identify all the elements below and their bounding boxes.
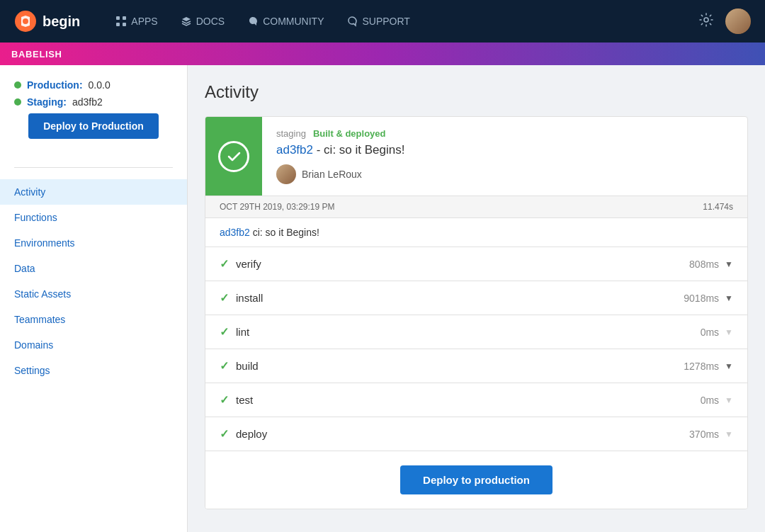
build-check-icon: ✓ bbox=[220, 359, 229, 373]
deploy-status-icon-area bbox=[205, 117, 262, 196]
build-step-time: 1278ms bbox=[684, 361, 719, 372]
step-deploy: ✓ deploy 370ms ▼ bbox=[205, 417, 747, 451]
user-avatar[interactable] bbox=[725, 9, 751, 34]
nav-docs-label: DOCS bbox=[196, 16, 225, 27]
nav-support-label: SUPPORT bbox=[362, 16, 409, 27]
timestamp-row: OCT 29TH 2019, 03:29:19 PM 11.474s bbox=[205, 196, 747, 218]
deploy-meta: staging Built & deployed bbox=[276, 128, 733, 139]
staging-label: Staging: bbox=[27, 96, 67, 108]
deploy-chevron-icon[interactable]: ▼ bbox=[725, 429, 733, 439]
commit-row-id[interactable]: ad3fb2 bbox=[220, 227, 250, 238]
test-step-time: 0ms bbox=[701, 395, 719, 406]
step-verify: ✓ verify 808ms ▼ bbox=[205, 247, 747, 281]
install-chevron-icon[interactable]: ▼ bbox=[725, 293, 733, 303]
deploy-commit-message: - ci: so it Begins! bbox=[317, 143, 405, 157]
staging-status-dot bbox=[14, 98, 21, 106]
test-step-name: test bbox=[236, 394, 701, 406]
sidebar-item-teammates[interactable]: Teammates bbox=[0, 307, 187, 332]
deploy-status-badge: Built & deployed bbox=[313, 128, 386, 139]
deploy-header: staging Built & deployed ad3fb2 - ci: so… bbox=[205, 117, 747, 196]
deploy-check-icon: ✓ bbox=[220, 427, 229, 441]
sidebar-item-functions[interactable]: Functions bbox=[0, 205, 187, 230]
main-content: Activity staging Built & deployed bbox=[188, 65, 765, 532]
production-status-dot bbox=[14, 81, 21, 89]
author-name: Brian LeRoux bbox=[302, 169, 362, 180]
step-lint: ✓ lint 0ms ▼ bbox=[205, 315, 747, 349]
lint-step-name: lint bbox=[236, 326, 701, 338]
svg-point-1 bbox=[23, 18, 28, 24]
commit-description-row: ad3fb2 ci: so it Begins! bbox=[205, 218, 747, 247]
nav-support[interactable]: SUPPORT bbox=[346, 16, 409, 27]
nav-community-label: COMMUNITY bbox=[263, 16, 324, 27]
sidebar-navigation: Activity Functions Environments Data Sta… bbox=[0, 179, 187, 383]
step-build: ✓ build 1278ms ▼ bbox=[205, 349, 747, 383]
sidebar-item-domains[interactable]: Domains bbox=[0, 332, 187, 358]
deploy-step-name: deploy bbox=[236, 428, 689, 440]
production-label: Production: bbox=[27, 79, 83, 91]
build-step-name: build bbox=[236, 360, 684, 372]
verify-step-time: 808ms bbox=[689, 259, 719, 270]
deploy-environment: staging bbox=[276, 128, 306, 139]
sidebar-item-settings[interactable]: Settings bbox=[0, 358, 187, 383]
deploy-total-duration: 11.474s bbox=[703, 202, 733, 212]
deploy-to-production-button[interactable]: Deploy to production bbox=[400, 465, 552, 494]
activity-card: staging Built & deployed ad3fb2 - ci: so… bbox=[205, 116, 748, 509]
test-check-icon: ✓ bbox=[220, 393, 229, 407]
production-value: 0.0.0 bbox=[89, 79, 110, 91]
sidebar-item-environments[interactable]: Environments bbox=[0, 230, 187, 256]
sidebar-divider bbox=[14, 167, 173, 168]
install-check-icon: ✓ bbox=[220, 291, 229, 305]
svg-rect-5 bbox=[123, 23, 126, 26]
bottom-deploy-area: Deploy to production bbox=[205, 451, 747, 509]
commit-row-message: ci: so it Begins! bbox=[253, 227, 319, 238]
staging-value: ad3fb2 bbox=[72, 96, 103, 108]
nav-docs[interactable]: DOCS bbox=[181, 16, 225, 27]
step-test: ✓ test 0ms ▼ bbox=[205, 383, 747, 417]
deploy-timestamp: OCT 29TH 2019, 03:29:19 PM bbox=[220, 202, 335, 212]
step-install: ✓ install 9018ms ▼ bbox=[205, 281, 747, 315]
nav-apps-label: APPS bbox=[131, 16, 157, 27]
nav-community[interactable]: COMMUNITY bbox=[247, 16, 324, 27]
support-icon bbox=[346, 16, 358, 27]
docs-icon bbox=[181, 16, 192, 27]
deploy-to-production-sidebar-button[interactable]: Deploy to Production bbox=[28, 113, 159, 139]
logo[interactable]: begin bbox=[14, 10, 80, 33]
main-layout: Production: 0.0.0 Staging: ad3fb2 Deploy… bbox=[0, 65, 765, 532]
author-avatar bbox=[276, 164, 296, 184]
verify-chevron-icon[interactable]: ▼ bbox=[725, 259, 733, 269]
nav-links: APPS DOCS COMMUNITY SUPPORT bbox=[115, 16, 677, 27]
nav-apps[interactable]: APPS bbox=[115, 16, 157, 27]
community-icon bbox=[247, 16, 259, 27]
svg-rect-3 bbox=[123, 16, 126, 20]
verify-check-icon: ✓ bbox=[220, 257, 229, 271]
nav-right bbox=[698, 9, 751, 34]
sidebar-item-static-assets[interactable]: Static Assets bbox=[0, 281, 187, 307]
logo-text: begin bbox=[42, 13, 80, 30]
settings-icon[interactable] bbox=[698, 12, 714, 31]
page-title: Activity bbox=[205, 82, 748, 102]
test-chevron-icon[interactable]: ▼ bbox=[725, 395, 733, 405]
deploy-author: Brian LeRoux bbox=[276, 164, 733, 184]
svg-point-6 bbox=[704, 18, 708, 22]
check-circle-icon bbox=[218, 141, 249, 172]
lint-step-time: 0ms bbox=[701, 327, 719, 338]
lint-chevron-icon[interactable]: ▼ bbox=[725, 327, 733, 337]
verify-step-name: verify bbox=[236, 258, 689, 270]
sidebar: Production: 0.0.0 Staging: ad3fb2 Deploy… bbox=[0, 65, 188, 532]
deploy-commit-id[interactable]: ad3fb2 bbox=[276, 143, 313, 157]
svg-rect-2 bbox=[116, 16, 120, 20]
build-chevron-icon[interactable]: ▼ bbox=[725, 361, 733, 371]
deploy-info: staging Built & deployed ad3fb2 - ci: so… bbox=[262, 117, 747, 196]
install-step-time: 9018ms bbox=[684, 293, 719, 304]
install-step-name: install bbox=[236, 292, 684, 304]
app-banner: BABELISH bbox=[0, 43, 765, 65]
deploy-commit-line: ad3fb2 - ci: so it Begins! bbox=[276, 143, 733, 157]
staging-status: Staging: ad3fb2 bbox=[14, 96, 173, 108]
production-status: Production: 0.0.0 bbox=[14, 79, 173, 91]
svg-rect-4 bbox=[116, 23, 120, 26]
deploy-step-time: 370ms bbox=[689, 429, 719, 440]
apps-icon bbox=[115, 16, 127, 27]
sidebar-item-data[interactable]: Data bbox=[0, 256, 187, 281]
sidebar-item-activity[interactable]: Activity bbox=[0, 179, 187, 205]
app-name: BABELISH bbox=[11, 49, 62, 60]
